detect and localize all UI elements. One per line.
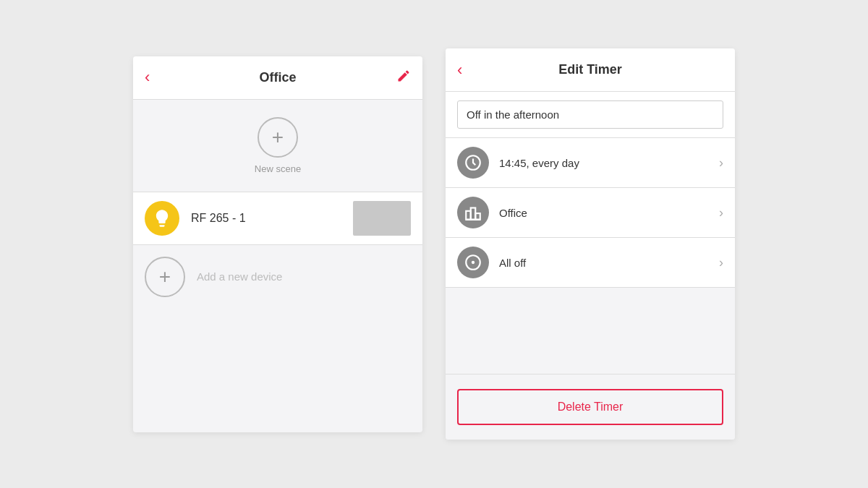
delete-timer-button[interactable]: Delete Timer	[457, 389, 723, 425]
right-back-button[interactable]: ‹	[457, 62, 462, 78]
office-label: Office	[499, 207, 709, 219]
clock-icon-circle	[457, 147, 489, 179]
time-label: 14:45, every day	[499, 157, 709, 169]
new-scene-button[interactable]: +	[258, 117, 298, 158]
alloff-label: All off	[499, 257, 709, 269]
time-row[interactable]: 14:45, every day ›	[446, 138, 735, 188]
power-icon-circle	[457, 247, 489, 278]
office-row[interactable]: Office ›	[446, 188, 735, 238]
new-scene-label: New scene	[255, 163, 301, 174]
left-panel: ‹ Office + New scene RF 265 - 1 + Add a …	[133, 56, 422, 432]
timer-name-input[interactable]	[457, 100, 723, 129]
device-name: RF 265 - 1	[191, 212, 341, 225]
device-icon	[145, 201, 179, 236]
office-chevron-icon: ›	[719, 205, 723, 221]
time-chevron-icon: ›	[719, 155, 723, 171]
delete-timer-section: Delete Timer	[446, 374, 735, 440]
new-scene-section: + New scene	[133, 100, 422, 192]
edit-button[interactable]	[396, 69, 411, 87]
right-panel: ‹ Edit Timer 14:45, every day › Office ›	[446, 48, 735, 440]
device-section: RF 265 - 1	[133, 192, 422, 245]
alloff-chevron-icon: ›	[719, 255, 723, 270]
device-row[interactable]: RF 265 - 1	[133, 192, 422, 244]
left-panel-header: ‹ Office	[133, 56, 422, 100]
right-panel-header: ‹ Edit Timer	[446, 48, 735, 92]
svg-point-6	[472, 261, 475, 264]
add-device-label: Add a new device	[197, 270, 282, 283]
right-panel-title: Edit Timer	[558, 62, 622, 77]
left-panel-title: Office	[259, 70, 296, 85]
svg-rect-3	[475, 213, 480, 220]
alloff-row[interactable]: All off ›	[446, 238, 735, 288]
left-back-button[interactable]: ‹	[145, 69, 150, 85]
location-icon-circle	[457, 197, 489, 228]
device-toggle[interactable]	[353, 201, 411, 236]
add-device-button[interactable]: +	[145, 257, 185, 297]
empty-space	[446, 288, 735, 374]
add-device-section: + Add a new device	[133, 245, 422, 309]
timer-name-section	[446, 92, 735, 138]
